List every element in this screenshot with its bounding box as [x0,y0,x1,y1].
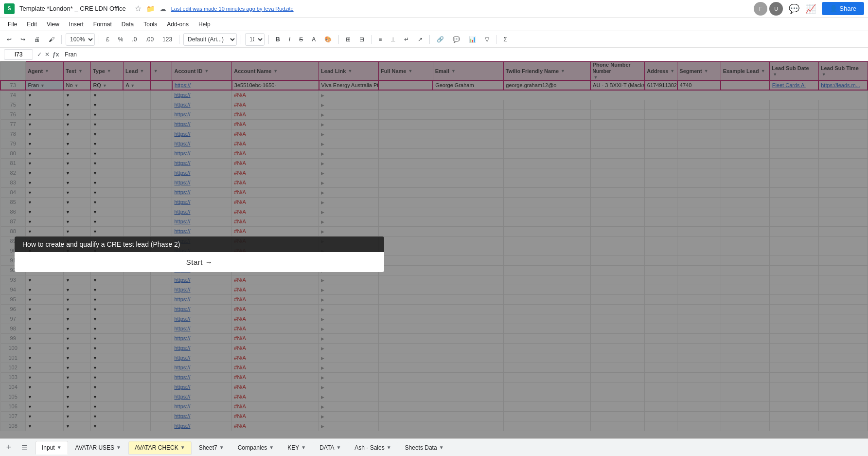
function-button[interactable]: Σ [500,33,510,46]
tab-key[interactable]: KEY ▼ [281,441,312,455]
tab-sheet7[interactable]: Sheet7 ▼ [193,441,230,455]
menu-help[interactable]: Help [195,20,214,29]
tab-key-arrow[interactable]: ▼ [301,445,306,450]
chat-icon[interactable]: 💬 [789,3,799,14]
tab-sheet7-arrow[interactable]: ▼ [219,445,224,450]
dec-increase-button[interactable]: .00 [142,33,157,46]
chart-icon[interactable]: 📈 [805,3,816,14]
bold-button[interactable]: B [273,33,283,46]
font-select[interactable]: Default (Ari...) [183,33,237,46]
formula-bar: ✓ ✕ ƒx [0,48,868,61]
tab-avatar-check[interactable]: AVATAR CHECK ▼ [128,441,192,455]
menu-file[interactable]: File [4,20,21,29]
highlight-button[interactable]: 🎨 [321,33,335,46]
wrap-button[interactable]: ↵ [401,33,412,46]
tab-companies-arrow[interactable]: ▼ [269,445,274,450]
cloud-icon[interactable]: ☁ [159,5,166,13]
menu-format[interactable]: Format [89,20,116,29]
borders-button[interactable]: ⊞ [343,33,354,46]
more-formats-button[interactable]: 123 [159,33,175,46]
tab-sheets-data[interactable]: Sheets Data ▼ [399,441,450,455]
percent-button[interactable]: % [115,33,126,46]
strikethrough-button[interactable]: S [296,33,306,46]
menu-addons[interactable]: Add-ons [163,20,193,29]
menu-insert[interactable]: Insert [65,20,88,29]
cell-reference[interactable] [4,49,33,60]
chart-insert-button[interactable]: 📊 [466,33,479,46]
formula-check-icon[interactable]: ✓ [37,51,42,58]
menu-tools[interactable]: Tools [140,20,161,29]
print-button[interactable]: 🖨 [31,33,43,46]
menu-bar: File Edit View Insert Format Data Tools … [0,18,868,31]
tab-ash-sales[interactable]: Ash - Sales ▼ [348,441,397,455]
user-avatar: F [754,2,767,16]
spreadsheet-area: Agent▼ Test▼ Type▼ Lead▼ ▼ Acc [0,61,868,438]
sheets-icon: S [4,3,15,14]
text-color-button[interactable]: A [309,33,319,46]
document-title: Template *London* _ CRE LDN Office [19,5,126,12]
formula-input[interactable] [63,49,864,60]
formula-equals-icon[interactable]: ƒx [53,51,59,58]
link-button[interactable]: 🔗 [434,33,447,46]
last-edit-text: Last edit was made 10 minutes ago by Iev… [171,6,294,12]
tab-companies[interactable]: Companies ▼ [231,441,281,455]
toolbar: ↩ ↪ 🖨 🖌 100% £ % .0 .00 123 Default (Ari… [0,31,868,48]
tutorial-popup: How to create and qualify a CRE test lea… [15,237,384,272]
zoom-select[interactable]: 100% [66,33,95,46]
tab-avatar-uses[interactable]: AVATAR USES ▼ [69,441,127,455]
share-icon: 👤 [830,5,837,12]
italic-button[interactable]: I [286,33,293,46]
formula-cross-icon[interactable]: ✕ [45,51,50,58]
add-sheet-button[interactable]: + [2,441,16,455]
folder-icon[interactable]: 📁 [146,5,155,13]
user-avatar-2: U [769,2,783,16]
tab-avatar-uses-arrow[interactable]: ▼ [116,445,121,450]
tab-input-arrow[interactable]: ▼ [57,445,62,450]
comment-button[interactable]: 💬 [450,33,463,46]
sheet-list-button[interactable]: ☰ [18,441,31,455]
font-size-select[interactable]: 10 [245,33,265,46]
tab-sheets-data-arrow[interactable]: ▼ [439,445,444,450]
tab-data-arrow[interactable]: ▼ [336,445,341,450]
star-icon[interactable]: ☆ [135,4,142,13]
menu-data[interactable]: Data [118,20,138,29]
undo-button[interactable]: ↩ [4,33,15,46]
tab-input[interactable]: Input ▼ [35,441,68,455]
currency-button[interactable]: £ [103,33,112,46]
zoom-control[interactable]: 100% [66,33,95,46]
tutorial-start-button[interactable]: Start → [15,252,384,272]
rotate-button[interactable]: ↗ [415,33,425,46]
paint-format-button[interactable]: 🖌 [46,33,57,46]
tab-data[interactable]: DATA ▼ [313,441,347,455]
menu-edit[interactable]: Edit [23,20,41,29]
avatar-group: F U [754,2,783,16]
tab-avatar-check-arrow[interactable]: ▼ [180,445,185,450]
tab-ash-sales-arrow[interactable]: ▼ [387,445,391,450]
bottom-tabs: + ☰ Input ▼ AVATAR USES ▼ AVATAR CHECK ▼… [0,438,868,456]
title-bar: S Template *London* _ CRE LDN Office ☆ 📁… [0,0,868,18]
align-vertical-button[interactable]: ⊥ [388,33,398,46]
share-button[interactable]: 👤 Share [822,2,864,15]
tutorial-title: How to create and qualify a CRE test lea… [15,237,384,252]
dec-decrease-button[interactable]: .0 [129,33,140,46]
filter-button[interactable]: ▽ [482,33,492,46]
redo-button[interactable]: ↪ [18,33,28,46]
align-left-button[interactable]: ≡ [375,33,385,46]
menu-view[interactable]: View [43,20,63,29]
merge-button[interactable]: ⊟ [356,33,367,46]
